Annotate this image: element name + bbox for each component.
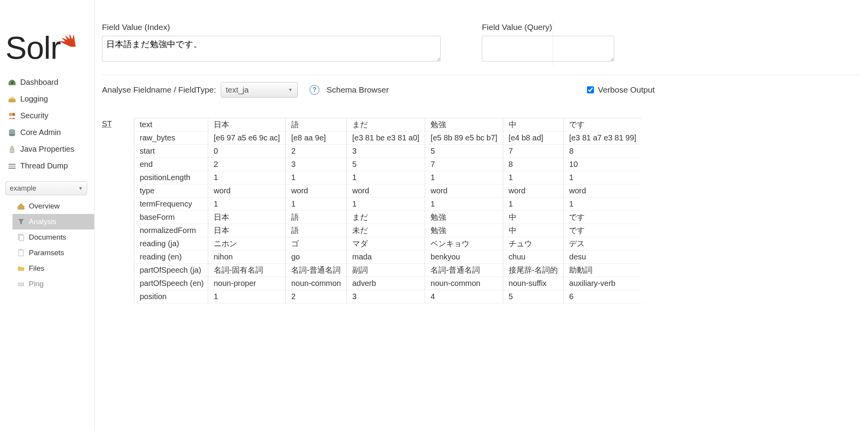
token-cell-termFrequency: 1 (347, 198, 425, 211)
subnav-paramsets[interactable]: Paramsets (5, 245, 95, 261)
attr-label: raw_bytes (134, 131, 208, 145)
tokens-row: 日本[e6 97 a5 e6 9c ac]021word1日本日本ニホンniho… (208, 118, 642, 303)
subnav-documents[interactable]: Documents (5, 230, 95, 245)
token-cell-type: word (286, 184, 346, 198)
main-content: Field Value (Index) Field Value (Query) … (95, 0, 868, 431)
token-cell-text: 語 (286, 118, 346, 131)
token-cell-pos_en: noun-proper (208, 277, 285, 290)
token-cell-normalizedForm: です (564, 224, 641, 237)
token-cell-positionLength: 1 (286, 171, 346, 184)
token-cell-pos_ja: 助動詞 (564, 264, 641, 277)
svg-point-4 (12, 113, 15, 116)
solr-logo[interactable]: Solr (5, 19, 83, 66)
folder-icon (16, 265, 26, 272)
token-cell-end: 3 (286, 158, 346, 171)
token-cell-reading_en: nihon (208, 251, 285, 264)
subnav-files[interactable]: Files (5, 261, 95, 276)
token-cell-pos_ja: 名詞-固有名詞 (208, 264, 285, 277)
token-cell-pos_ja: 接尾辞-名詞的 (503, 264, 564, 277)
field-value-query-input[interactable] (482, 36, 614, 61)
subnav-label: Analysis (29, 217, 56, 226)
token-column: 勉強[e5 8b 89 e5 bc b7]571word1勉強勉強ベンキョウbe… (425, 118, 503, 303)
token-cell-raw_bytes: [e6 97 a5 e6 9c ac] (208, 131, 285, 145)
subnav-label: Ping (29, 280, 44, 288)
field-value-query-label: Field Value (Query) (482, 23, 868, 32)
nav-label: Thread Dump (20, 161, 68, 170)
attribute-column: textraw_bytesstartendpositionLengthtypet… (134, 118, 208, 303)
token-column: まだ[e3 81 be e3 81 a0]351word1まだ未だマダmada副… (346, 118, 425, 303)
attr-label: text (134, 118, 208, 131)
token-cell-raw_bytes: [e5 8b 89 e5 bc b7] (425, 131, 503, 145)
token-cell-normalizedForm: 語 (286, 224, 346, 237)
svg-point-3 (9, 113, 12, 116)
token-cell-reading_ja: マダ (347, 237, 425, 251)
nav-dashboard[interactable]: Dashboard (5, 74, 95, 91)
svg-point-7 (9, 134, 15, 136)
subnav-ping[interactable]: Ping (5, 276, 95, 292)
token-cell-pos_ja: 名詞-普通名詞 (286, 264, 346, 277)
token-cell-type: word (425, 184, 503, 198)
token-cell-reading_ja: ゴ (286, 237, 346, 251)
fieldtype-selector[interactable]: text_ja ▼ (221, 82, 298, 98)
attr-label: reading (en) (134, 251, 208, 264)
svg-rect-10 (9, 164, 16, 165)
token-cell-positionLength: 1 (503, 171, 564, 184)
subnav-analysis[interactable]: Analysis (12, 214, 94, 230)
token-cell-pos_en: auxiliary-verb (564, 277, 641, 290)
chevron-down-icon: ▼ (288, 87, 293, 93)
nav-logging[interactable]: Logging (5, 91, 95, 107)
dashboard-icon (7, 78, 17, 87)
svg-rect-9 (11, 146, 13, 148)
documents-icon (16, 233, 26, 241)
nav-list: Dashboard Logging Security Core Admin Ja… (5, 74, 95, 174)
nav-core-admin[interactable]: Core Admin (5, 124, 95, 141)
token-cell-start: 2 (286, 145, 346, 158)
token-cell-pos_en: adverb (347, 277, 425, 290)
nav-thread-dump[interactable]: Thread Dump (5, 158, 95, 174)
security-icon (7, 112, 17, 120)
logo-text: Solr (5, 30, 61, 66)
attr-label: type (134, 184, 208, 198)
token-cell-position: 3 (347, 290, 425, 303)
svg-rect-15 (19, 250, 23, 256)
home-icon (16, 202, 26, 210)
sidebar: Solr Dashboard (0, 0, 95, 431)
token-cell-end: 2 (208, 158, 285, 171)
nav-label: Dashboard (20, 78, 58, 87)
token-cell-baseForm: 語 (286, 211, 346, 224)
token-cell-reading_en: desu (564, 251, 641, 264)
nav-label: Java Properties (20, 145, 74, 154)
schema-browser-link[interactable]: Schema Browser (327, 85, 389, 95)
token-cell-reading_ja: ニホン (208, 237, 285, 251)
token-cell-type: word (347, 184, 425, 198)
token-cell-start: 0 (208, 145, 285, 158)
token-cell-baseForm: 勉強 (425, 211, 503, 224)
token-cell-reading_en: mada (347, 251, 425, 264)
token-cell-type: word (503, 184, 564, 198)
attr-label: reading (ja) (134, 237, 208, 251)
token-cell-positionLength: 1 (425, 171, 503, 184)
verbose-output-checkbox[interactable] (587, 86, 594, 93)
help-icon[interactable]: ? (309, 85, 320, 95)
token-cell-pos_ja: 名詞-普通名詞 (425, 264, 503, 277)
subnav-label: Overview (29, 202, 60, 210)
field-value-index-input[interactable] (102, 36, 441, 61)
token-cell-raw_bytes: [e8 aa 9e] (286, 131, 346, 145)
token-cell-position: 6 (564, 290, 641, 303)
token-cell-reading_en: go (286, 251, 346, 264)
core-selector[interactable]: example ▼ (5, 181, 87, 195)
nav-label: Security (20, 111, 48, 120)
fieldtype-selected-label: text_ja (226, 86, 249, 95)
nav-security[interactable]: Security (5, 107, 95, 124)
attr-label: end (134, 158, 208, 171)
subnav-label: Files (29, 264, 44, 273)
svg-rect-8 (10, 148, 14, 153)
verbose-output-label: Verbose Output (598, 85, 655, 95)
token-cell-type: word (564, 184, 641, 198)
token-cell-raw_bytes: [e3 81 be e3 81 a0] (347, 131, 425, 145)
subnav-overview[interactable]: Overview (5, 198, 95, 214)
svg-rect-16 (20, 249, 22, 251)
token-cell-type: word (208, 184, 285, 198)
token-cell-pos_en: noun-common (286, 277, 346, 290)
nav-java-properties[interactable]: Java Properties (5, 141, 95, 158)
